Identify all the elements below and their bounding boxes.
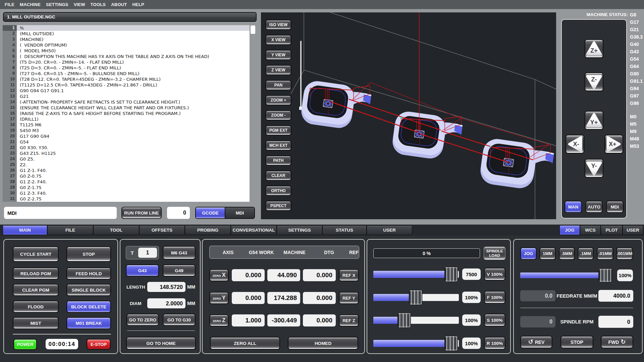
side-tab-wcs[interactable]: WCS bbox=[580, 225, 601, 235]
increment-1mm-button[interactable]: 1MM bbox=[539, 247, 556, 260]
reload-pgm-button[interactable]: RELOAD PGM bbox=[13, 267, 59, 280]
block-delete-button[interactable]: BLOCK DELETE bbox=[66, 301, 111, 313]
tab-offsets[interactable]: OFFSETS bbox=[139, 225, 185, 235]
override-slider-track[interactable] bbox=[373, 317, 459, 324]
view-button-x-view[interactable]: X VIEW bbox=[265, 35, 291, 45]
jog-y-plus-button[interactable]: Y+ bbox=[585, 111, 603, 130]
gcode-line[interactable]: G90 G94 G17 G91.1 bbox=[17, 88, 250, 94]
mode-auto-button[interactable]: AUTO bbox=[585, 201, 603, 213]
spindle-rpm-input[interactable]: 0 bbox=[598, 316, 633, 328]
backplot-viewport[interactable]: ISO VIEW X VIEW Y VIEW Z VIEW PAN ZOOM +… bbox=[261, 12, 556, 219]
spindle-stop-button[interactable]: STOP bbox=[560, 336, 593, 348]
zero-x-button[interactable]: ZEROX bbox=[209, 269, 229, 281]
mdi-input[interactable]: MDI bbox=[4, 207, 117, 219]
view-button-path[interactable]: PATH bbox=[265, 156, 291, 166]
side-tab-jog[interactable]: JOG bbox=[559, 225, 580, 235]
clear-pgm-button[interactable]: CLEAR PGM bbox=[13, 284, 59, 296]
tab-main[interactable]: MAIN bbox=[3, 225, 47, 235]
menu-item-about[interactable]: ABOUT bbox=[108, 2, 129, 7]
estop-button[interactable]: E-STOP bbox=[87, 339, 111, 350]
view-button-pan[interactable]: PAN bbox=[265, 80, 291, 90]
view-button-clear[interactable]: CLEAR bbox=[265, 171, 291, 181]
view-button-z-view[interactable]: Z VIEW bbox=[265, 65, 291, 75]
override-slider-handle[interactable] bbox=[409, 290, 422, 305]
view-button-iso-view[interactable]: ISO VIEW bbox=[265, 20, 291, 30]
ref-x-button[interactable]: REF X bbox=[339, 269, 359, 281]
flood-button[interactable]: FLOOD bbox=[13, 301, 59, 313]
jog-x-minus-button[interactable]: X- bbox=[566, 135, 584, 154]
jog-y-minus-button[interactable]: Y- bbox=[585, 159, 603, 178]
gcode-line[interactable]: S450 M3 bbox=[17, 128, 250, 133]
view-button-pspect[interactable]: PSPECT bbox=[265, 201, 291, 211]
tool-number-input[interactable]: 1 bbox=[138, 248, 157, 258]
tab-conversational[interactable]: CONVERSATIONAL bbox=[231, 225, 277, 235]
increment-001mm-button[interactable]: .001MM bbox=[616, 247, 633, 260]
gcode-line[interactable]: ( DESCRIPTION THIS MACHINE HAS YX AXIS O… bbox=[17, 54, 250, 59]
gcode-line[interactable]: (T28 D=12. CR=0. TAPER=45DEG - ZMIN=-3.2… bbox=[17, 76, 250, 82]
tab-user[interactable]: USER bbox=[367, 225, 412, 235]
gcode-line[interactable]: (T25 D=3. CR=0. - ZMIN=-5. - FLAT END MI… bbox=[17, 65, 250, 71]
gcode-line[interactable]: G21 bbox=[17, 94, 250, 99]
override-reset-button[interactable]: F 100% bbox=[484, 291, 505, 304]
gcode-line[interactable]: (-ATTENTION- PROPERTY SAFE RETRACTS IS S… bbox=[17, 99, 250, 105]
override-reset-button[interactable]: R 100% bbox=[484, 337, 505, 350]
tab-tool[interactable]: TOOL bbox=[93, 225, 139, 235]
power-button[interactable]: POWER bbox=[13, 339, 37, 350]
gcode-line[interactable]: (DRILL1) bbox=[17, 116, 250, 122]
gcode-line[interactable]: (MILL OUTSIDE) bbox=[17, 31, 250, 37]
gcode-line[interactable]: (ENSURE THE CLEARANCE HEIGHT WILL CLEAR … bbox=[17, 105, 250, 111]
menu-item-view[interactable]: VIEW bbox=[71, 2, 88, 7]
increment-5mm-button[interactable]: .5MM bbox=[559, 247, 575, 260]
go-to-g30-button[interactable]: GO TO G30 bbox=[163, 314, 196, 326]
feedrate-input[interactable]: 4000.0 bbox=[598, 290, 633, 302]
gcode-line[interactable]: G54 bbox=[17, 139, 250, 145]
spindle-rev-button[interactable]: ↺ REV bbox=[520, 336, 552, 348]
g43-button[interactable]: G43 bbox=[126, 264, 159, 277]
ref-z-button[interactable]: REF Z bbox=[339, 314, 359, 326]
zero-z-button[interactable]: ZEROZ bbox=[209, 314, 229, 326]
jog-x-plus-button[interactable]: X+ bbox=[604, 135, 623, 154]
m01-break-button[interactable]: M01 BREAK bbox=[66, 317, 111, 329]
view-button-mch-ext[interactable]: MCH EXT bbox=[265, 140, 291, 150]
stop-button[interactable]: STOP bbox=[66, 246, 111, 262]
override-slider-handle[interactable] bbox=[397, 313, 411, 328]
override-reset-button[interactable]: V 100% bbox=[484, 268, 505, 281]
gcode-file-tab[interactable]: 1. MILL OUTSIDE.NGC bbox=[3, 12, 257, 22]
override-slider-handle[interactable] bbox=[444, 267, 458, 282]
gcode-line[interactable]: G1 Z-1. F40. bbox=[17, 168, 250, 173]
tab-file[interactable]: FILE bbox=[47, 225, 93, 235]
gcode-line[interactable]: (RAISE THE Z-AXIS TO A SAFE HEIGHT BEFOR… bbox=[17, 111, 250, 116]
mdi-toggle-button[interactable]: MDI bbox=[225, 207, 254, 218]
gcode-line[interactable]: ( MODEL MH50) bbox=[17, 48, 250, 54]
homed-button[interactable]: HOMED bbox=[288, 337, 358, 350]
increment-01mm-button[interactable]: .01MM bbox=[597, 247, 613, 260]
gcode-line[interactable]: ( VENDOR OPTIMUM) bbox=[17, 42, 250, 48]
run-from-line-button[interactable]: RUN FROM LINE bbox=[121, 207, 162, 219]
gcode-line[interactable]: % bbox=[17, 25, 250, 31]
gcode-line[interactable]: G17 G90 G94 bbox=[17, 133, 250, 139]
go-to-zero-button[interactable]: GO TO ZERO bbox=[126, 314, 159, 326]
view-button-zoom-plus[interactable]: ZOOM + bbox=[265, 95, 291, 105]
mist-button[interactable]: MIST bbox=[13, 317, 59, 329]
gcode-line[interactable]: G1 Z-2. F40. bbox=[17, 179, 250, 185]
zero-all-button[interactable]: ZERO ALL bbox=[210, 337, 280, 350]
side-tab-user[interactable]: USER bbox=[623, 225, 643, 235]
ref-y-button[interactable]: REF Y bbox=[339, 292, 359, 304]
menu-item-file[interactable]: FILE bbox=[2, 2, 17, 7]
run-line-number-input[interactable]: 0 bbox=[167, 207, 190, 219]
m6-g43-button[interactable]: M6 G43 bbox=[163, 246, 196, 259]
gcode-line[interactable]: G0 X30. Y30. bbox=[17, 145, 250, 150]
side-tab-plot[interactable]: PLOT bbox=[601, 225, 623, 235]
gcode-line[interactable]: G0 Z-0.75 bbox=[17, 173, 250, 179]
single-block-button[interactable]: SINGLE BLOCK bbox=[66, 284, 111, 296]
gcode-line[interactable]: G43 Z15. H1125 bbox=[17, 150, 250, 156]
view-button-ortho[interactable]: ORTHO bbox=[265, 186, 291, 196]
tab-probing[interactable]: PROBING bbox=[185, 225, 231, 235]
gcode-line[interactable]: (T27 D=6. CR=0.15 - ZMIN=-5. - BULLNOSE … bbox=[17, 71, 250, 76]
gcode-line[interactable]: Z2. bbox=[17, 162, 250, 168]
go-to-home-button[interactable]: GO TO HOME bbox=[126, 337, 196, 350]
gcode-line[interactable]: (T1125 D=12.5 CR=0. TAPER=43DEG - ZMIN=-… bbox=[17, 82, 250, 88]
gcode-line[interactable]: G0 Z-1.75 bbox=[17, 185, 250, 190]
increment-1mm-button[interactable]: .1MM bbox=[578, 247, 594, 260]
zero-y-button[interactable]: ZEROY bbox=[209, 292, 229, 304]
